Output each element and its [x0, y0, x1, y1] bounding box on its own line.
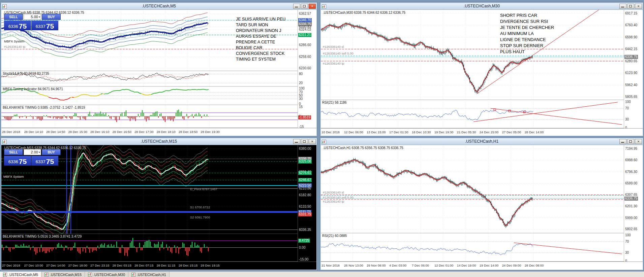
ask-price[interactable]: 633775 [31, 21, 58, 30]
chart-content: .USTECHCash,H1 6308.75 6356.75 6308.75 6… [321, 145, 643, 270]
price-scale-label: 6998.60 [624, 158, 638, 162]
price-scale-label: 6917.15 [624, 11, 638, 15]
price-chart-canvas [321, 10, 624, 100]
chart-tab[interactable]: .USTECHCash,M5 [0, 272, 41, 277]
buy-button[interactable]: BUY [42, 149, 61, 155]
time-axis-label: 21 Nov 2018 [321, 264, 340, 267]
time-axis-label: 7 Dec 06:00 [412, 264, 429, 267]
time-axis-label: 28 Dec 17:30 [134, 130, 154, 134]
time-axis-label: 28 Dec 14:10 [24, 130, 43, 134]
sell-button[interactable]: SELL [4, 14, 23, 20]
rsi-label: RSI(21) 60.0885 [322, 234, 347, 238]
price-scale-label: 6380.00 [298, 147, 312, 151]
mbfx-timing-pane[interactable]: MBFX Timing Indicator 84.9671 84.9671 [1, 86, 298, 105]
price-scale[interactable]: 6380.006336.756325.086281.406276.616246.… [298, 145, 316, 262]
price-scale-label: 6246.67 [298, 178, 312, 182]
bid-points: 75 [19, 158, 27, 165]
restore-button[interactable] [627, 139, 634, 144]
window-title: .USTECHCash,M15 [1, 138, 316, 145]
price-pane[interactable]: .USTECHCash,H1 6308.75 6356.75 6308.75 6… [321, 145, 624, 233]
restore-button[interactable] [301, 4, 308, 9]
time-axis-label: 12 Dec 06:00 [344, 130, 363, 134]
price-scale-label: 6760.40 [624, 23, 638, 27]
close-button[interactable]: × [309, 139, 316, 144]
time-axis[interactable]: 27 Dec 201827 Dec 10:0027 Dec 14:0027 De… [1, 262, 316, 270]
price-scale-label: 0 [624, 126, 628, 128]
buy-button[interactable]: BUY [42, 14, 61, 20]
time-axis[interactable]: 21 Nov 201826 Nov 13:0029 Nov 08:004 Dec… [321, 262, 643, 270]
time-axis[interactable]: 10 Dec 201812 Dec 06:0013 Dec 15:0017 De… [321, 128, 643, 136]
time-axis-label: 24 Dec 09:00 [502, 264, 521, 267]
ask-price[interactable]: 633775 [31, 156, 58, 166]
minimize-button[interactable] [619, 4, 626, 9]
price-scale[interactable]: 6362.576346.706336.756330.836324.036311.… [298, 10, 316, 128]
tab-label: .USTECHCash,M15 [50, 273, 82, 277]
rsi-label: RSI(21) 58.1186 [322, 101, 347, 104]
price-scale-label: 30 [298, 97, 303, 101]
sell-button[interactable]: SELL [4, 149, 23, 155]
volume-dropdown-arrow[interactable]: ▾ [39, 151, 40, 154]
chart-tab[interactable]: .USTECHCash,M15 [41, 272, 85, 277]
price-scale-label: 6201.30 [624, 204, 638, 208]
bid-price[interactable]: 633675 [4, 21, 31, 30]
belkhayate-pane[interactable]: BELKHAYATE TIMING 5.0516 3.3465 3.8741 3… [1, 234, 298, 262]
titlebar-m5[interactable]: .USTECHCash,M5 × [1, 3, 316, 10]
volume-dropdown-arrow[interactable]: ▾ [39, 15, 40, 19]
minimize-icon [621, 7, 624, 7]
time-axis-label: 28 Dec 03:15 [112, 264, 131, 267]
current-price-label: 6336.75 [624, 55, 638, 59]
price-pane[interactable]: .USTECHCash,M5 6338.75 6344.62 6336.12 6… [1, 10, 298, 71]
ask-points: 75 [46, 23, 54, 30]
rsi-canvas [321, 100, 624, 128]
minimize-button[interactable] [293, 139, 300, 144]
price-scale[interactable]: 6917.156760.406598.906442.156336.756280.… [624, 10, 643, 128]
ask-main: 6337 [36, 159, 45, 165]
restore-button[interactable] [301, 139, 308, 144]
chart-tab[interactable]: .USTECHCash,H1 [128, 272, 170, 277]
close-button[interactable]: × [635, 139, 642, 144]
bid-price[interactable]: 633675 [4, 156, 31, 166]
time-axis-label: 10 Dec 2018 [321, 130, 340, 134]
time-axis[interactable]: 28 Dec 201828 Dec 14:1028 Dec 14:5028 De… [1, 128, 316, 136]
close-button[interactable]: × [635, 4, 642, 9]
chart-content: .USTECHCash,M15 6338.75 6344.62 6336.12 … [1, 145, 316, 270]
price-scale-label: 6346.70 [298, 18, 312, 22]
stochastic-pane[interactable]: Stoch(14,3,3) 80.5618 83.2735 [1, 71, 298, 86]
minimize-button[interactable] [293, 4, 300, 9]
price-scale-label: 6599.00 [624, 181, 638, 185]
window-title: .USTECHCash,M30 [321, 3, 643, 9]
price-scale-label: 6598.90 [624, 35, 638, 39]
titlebar-h1[interactable]: .USTECHCash,H1 × [321, 138, 643, 145]
time-axis-label: 28 Dec 07:15 [134, 264, 154, 267]
volume-input[interactable]: 2.00 ▾ [24, 149, 41, 155]
time-axis-label: 19 Dec 14:00 [480, 264, 499, 267]
chart-icon [44, 273, 49, 277]
time-axis-label: 28 Dec 16:10 [90, 130, 110, 134]
belkhayate-pane[interactable]: BELKHAYATE TIMING 0.9385 -2.0752 -1.1427… [1, 105, 298, 128]
price-scale-label: 5805.65 [624, 95, 638, 99]
rsi-pane[interactable]: RSI(21) 60.0885 [321, 233, 624, 262]
window-controls: × [293, 4, 316, 9]
close-button[interactable]: × [309, 4, 316, 9]
time-axis-label: 27 Dec 10:00 [24, 264, 43, 267]
time-axis-label: 28 Dec 08:00 [525, 264, 544, 267]
time-axis-label: 21 Dec 05:30 [457, 130, 476, 134]
rsi-pane[interactable]: RSI(21) 58.1186 [321, 100, 624, 128]
time-axis-label: 28 Dec 19:30 [201, 130, 220, 134]
price-pane[interactable]: .USTECHCash,M15 6338.75 6344.62 6336.12 … [1, 145, 298, 234]
minimize-button[interactable] [619, 139, 626, 144]
price-scale-label: -15.00 [298, 257, 309, 262]
volume-input[interactable]: 5.00 ▾ [24, 14, 41, 20]
price-scale-label: 6210.86 [298, 186, 312, 191]
price-scale-label: 6123.90 [624, 71, 638, 75]
price-scale-label: 80 [298, 72, 303, 76]
time-axis-label: 28 Dec 11:15 [156, 264, 175, 267]
chart-tab[interactable]: .USTECHCash,M30 [85, 272, 128, 277]
price-pane[interactable]: .USTECHCash,M30 6338.75 6344.62 6336.12 … [321, 10, 624, 100]
titlebar-m15[interactable]: .USTECHCash,M15 × [1, 138, 316, 145]
time-axis-label: 28 Dec 19:15 [201, 264, 220, 267]
price-scale[interactable]: 7194.956998.606796.306599.006397.656336.… [624, 145, 643, 262]
restore-button[interactable] [627, 4, 634, 9]
titlebar-m30[interactable]: .USTECHCash,M30 × [321, 3, 643, 10]
price-scale-label: 6442.15 [624, 47, 638, 51]
